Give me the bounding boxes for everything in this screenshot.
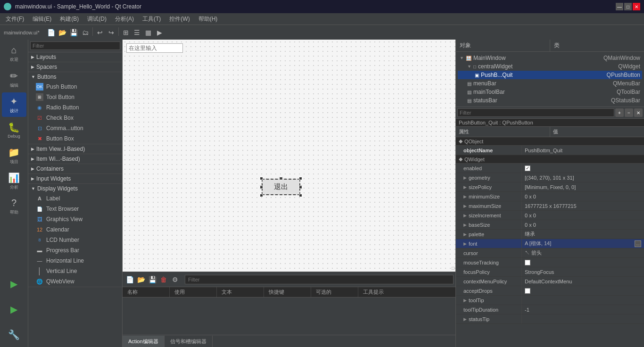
tree-status-bar[interactable]: ▤ statusBar QStatusBar [458,96,642,105]
val-geometry[interactable]: [(340, 270), 101 x 31] [522,173,644,182]
sidebar-design[interactable]: ✦ 设计 [2,92,26,117]
grid-btn[interactable]: ⊞ [121,27,131,38]
widget-tool-button[interactable]: ⊞ Tool Button [28,92,122,102]
group-display-widgets-header[interactable]: ▼ Display Widgets [28,184,122,193]
props-close-btn[interactable]: ✕ [634,108,643,117]
group-containers-header[interactable]: ▶ Containers [28,164,122,174]
sidebar-projects[interactable]: 📁 项目 [2,143,26,168]
props-filter-input[interactable] [457,108,614,117]
menu-tools[interactable]: 工具(T) [139,14,165,24]
delete-action-btn[interactable]: 🗑 [158,274,169,285]
menu-help[interactable]: 帮助(H) [195,14,222,24]
tab-signal-editor[interactable]: 信号和槽编辑器 [165,336,213,347]
tree-push-button[interactable]: ▣ PushB...Quit QPushButton [458,71,642,79]
align-btn[interactable]: ☰ [132,27,142,38]
widget-button-box[interactable]: ✖ Button Box [28,133,122,144]
val-palette[interactable]: 继承 [522,230,644,239]
val-statusTip[interactable] [522,314,644,323]
menu-edit[interactable]: 编辑(E) [29,14,55,24]
val-minimumSize[interactable]: 0 x 0 [522,192,644,201]
val-cursor[interactable]: ↖ 箭头 [522,248,644,257]
widget-horizontal-line[interactable]: — Horizontal Line [28,256,122,266]
widget-filter-input[interactable] [30,41,120,50]
widget-progress-bar[interactable]: ▬ Progress Bar [28,245,122,256]
group-item-widget-header[interactable]: ▶ Item Wi...-Based) [28,154,122,164]
handle-ml[interactable] [260,185,263,189]
handle-tl[interactable] [260,177,263,180]
tree-main-toolbar[interactable]: ▤ mainToolBar QToolBar [458,88,642,96]
group-input-widgets-header[interactable]: ▶ Input Widgets [28,174,122,183]
new-file-btn[interactable]: 📄 [46,27,57,38]
val-sizePolicy[interactable]: [Minimum, Fixed, 0, 0] [522,182,644,191]
menu-widgets[interactable]: 控件(W) [165,14,193,24]
widget-command-button[interactable]: ⊡ Comma...utton [28,123,122,133]
sidebar-run[interactable]: ▶ [2,272,26,296]
handle-mr[interactable] [299,185,302,189]
val-baseSize[interactable]: 0 x 0 [522,220,644,229]
tab-action-editor[interactable]: Action编辑器 [123,336,165,347]
props-remove-btn[interactable]: − [625,108,633,117]
minimize-button[interactable]: — [616,3,623,10]
val-contextMenuPolicy[interactable]: DefaultContextMenu [522,277,644,286]
val-mouseTracking[interactable] [522,258,644,267]
sidebar-debug[interactable]: 🐛 Debug [2,118,26,142]
layout-btn[interactable]: ▦ [143,27,154,38]
close-button[interactable]: ✕ [633,3,640,10]
group-buttons-header[interactable]: ▼ Buttons [28,72,122,82]
sidebar-run2[interactable]: ▶ [2,297,26,322]
sidebar-analyze[interactable]: 📊 分析 [2,169,26,193]
val-sizeIncrement[interactable]: 0 x 0 [522,211,644,220]
canvas-text-input[interactable] [126,43,183,53]
tree-central-widget[interactable]: ▼ □ centralWidget QWidget [458,62,642,71]
maximize-button[interactable]: □ [624,3,632,10]
font-edit-btn[interactable]: ... [635,240,641,247]
widget-graphics-view[interactable]: 🖼 Graphics View [28,214,122,224]
widget-radio-button[interactable]: ◉ Radio Button [28,102,122,113]
widget-push-button[interactable]: OK Push Button [28,82,122,92]
val-focusPolicy[interactable]: StrongFocus [522,267,644,276]
menu-build[interactable]: 构建(B) [56,14,83,24]
menu-analyze[interactable]: 分析(A) [111,14,138,24]
widget-vertical-line[interactable]: │ Vertical Line [28,266,122,276]
val-enabled[interactable]: ✓ [522,164,644,173]
menu-file[interactable]: 文件(F) [2,14,28,24]
tree-menu-bar[interactable]: ▤ menuBar QMenuBar [458,79,642,88]
quit-button[interactable]: 退出 [262,179,300,195]
open-btn[interactable]: 📂 [58,27,68,38]
enabled-checkbox[interactable]: ✓ [525,165,530,171]
tree-main-window[interactable]: ▼ 🪟 MainWindow QMainWindow [458,54,642,62]
val-toolTipDuration[interactable]: -1 [522,305,644,314]
val-maximumSize[interactable]: 16777215 x 16777215 [522,201,644,210]
undo-btn[interactable]: ↩ [95,27,105,38]
val-acceptDrops[interactable] [522,286,644,295]
handle-bl[interactable] [260,194,263,197]
save-all-btn[interactable]: 🗂 [80,27,91,38]
sidebar-welcome[interactable]: ⌂ 欢迎 [2,41,26,66]
widget-text-browser[interactable]: 📄 Text Browser [28,204,122,214]
group-layouts-header[interactable]: ▶ Layouts [28,52,122,62]
handle-br[interactable] [299,194,302,197]
val-toolTip[interactable] [522,296,644,305]
mousetracking-checkbox[interactable] [525,260,530,265]
menu-debug[interactable]: 调试(D) [83,14,110,24]
save-btn[interactable]: 💾 [69,27,79,38]
group-item-view-header[interactable]: ▶ Item View..l-Based) [28,144,122,154]
sidebar-help[interactable]: ? 帮助 [2,194,26,219]
sidebar-edit[interactable]: ✏ 编辑 [2,67,26,91]
widget-check-box[interactable]: ☑ Check Box [28,113,122,123]
preview-btn[interactable]: ▶ [155,27,165,38]
props-add-btn[interactable]: + [615,108,624,117]
acceptdrops-checkbox[interactable] [525,288,530,294]
handle-tr[interactable] [299,177,302,180]
add-action-btn[interactable]: 📄 [124,274,135,285]
val-objectName[interactable]: PushBottm_Quit [522,146,644,155]
sidebar-tool[interactable]: 🔧 [2,322,26,347]
save-action-btn[interactable]: 💾 [147,274,157,285]
widget-qwebview[interactable]: 🌐 QWebView [28,276,122,287]
bottom-filter-input[interactable] [185,275,454,284]
val-font[interactable]: A [楷体, 14] ... [522,239,644,248]
redo-btn[interactable]: ↪ [106,27,116,38]
handle-tc[interactable] [280,177,283,180]
group-spacers-header[interactable]: ▶ Spacers [28,62,122,72]
settings-action-btn[interactable]: ⚙ [170,274,180,285]
